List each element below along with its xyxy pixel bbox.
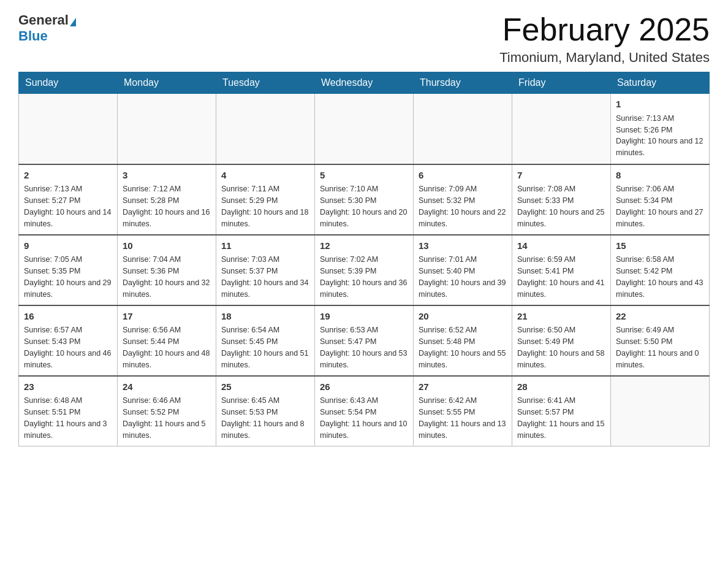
day-info-text: Sunrise: 6:54 AM Sunset: 5:45 PM Dayligh… xyxy=(221,324,309,370)
day-info-text: Sunrise: 7:04 AM Sunset: 5:36 PM Dayligh… xyxy=(123,254,211,300)
column-header-saturday: Saturday xyxy=(611,72,710,94)
day-info-text: Sunrise: 7:06 AM Sunset: 5:34 PM Dayligh… xyxy=(616,183,704,229)
day-info-text: Sunrise: 6:57 AM Sunset: 5:43 PM Dayligh… xyxy=(24,324,112,370)
calendar-cell: 1Sunrise: 7:13 AM Sunset: 5:26 PM Daylig… xyxy=(611,94,710,164)
column-header-tuesday: Tuesday xyxy=(216,72,315,94)
day-number: 3 xyxy=(123,169,211,182)
calendar-cell: 6Sunrise: 7:09 AM Sunset: 5:32 PM Daylig… xyxy=(414,164,512,235)
day-info-text: Sunrise: 6:43 AM Sunset: 5:54 PM Dayligh… xyxy=(320,395,408,441)
day-number: 18 xyxy=(221,310,309,323)
day-number: 15 xyxy=(616,239,704,253)
day-info-text: Sunrise: 6:56 AM Sunset: 5:44 PM Dayligh… xyxy=(123,324,211,370)
day-info-text: Sunrise: 7:13 AM Sunset: 5:26 PM Dayligh… xyxy=(616,113,704,159)
day-info-text: Sunrise: 7:09 AM Sunset: 5:32 PM Dayligh… xyxy=(419,183,507,229)
day-info-text: Sunrise: 6:50 AM Sunset: 5:49 PM Dayligh… xyxy=(517,324,605,370)
logo-general-text: General xyxy=(18,12,69,28)
day-number: 10 xyxy=(123,239,211,253)
day-info-text: Sunrise: 6:42 AM Sunset: 5:55 PM Dayligh… xyxy=(419,395,507,441)
logo-triangle-icon xyxy=(70,18,76,26)
calendar-cell: 4Sunrise: 7:11 AM Sunset: 5:29 PM Daylig… xyxy=(216,164,315,235)
day-number: 23 xyxy=(24,380,112,394)
day-number: 2 xyxy=(24,169,112,182)
day-info-text: Sunrise: 6:46 AM Sunset: 5:52 PM Dayligh… xyxy=(123,395,211,441)
calendar-cell: 5Sunrise: 7:10 AM Sunset: 5:30 PM Daylig… xyxy=(315,164,414,235)
day-info-text: Sunrise: 6:59 AM Sunset: 5:41 PM Dayligh… xyxy=(517,254,605,300)
day-number: 25 xyxy=(221,380,309,394)
calendar-cell: 18Sunrise: 6:54 AM Sunset: 5:45 PM Dayli… xyxy=(216,305,315,376)
column-header-friday: Friday xyxy=(512,72,611,94)
day-number: 20 xyxy=(419,310,507,323)
day-info-text: Sunrise: 7:02 AM Sunset: 5:39 PM Dayligh… xyxy=(320,254,408,300)
calendar-cell: 8Sunrise: 7:06 AM Sunset: 5:34 PM Daylig… xyxy=(611,164,710,235)
column-header-sunday: Sunday xyxy=(19,72,118,94)
day-info-text: Sunrise: 7:05 AM Sunset: 5:35 PM Dayligh… xyxy=(24,254,112,300)
day-number: 16 xyxy=(24,310,112,323)
day-number: 17 xyxy=(123,310,211,323)
day-info-text: Sunrise: 6:48 AM Sunset: 5:51 PM Dayligh… xyxy=(24,395,112,441)
calendar-cell: 13Sunrise: 7:01 AM Sunset: 5:40 PM Dayli… xyxy=(414,235,512,305)
day-info-text: Sunrise: 6:45 AM Sunset: 5:53 PM Dayligh… xyxy=(221,395,309,441)
calendar-cell xyxy=(315,94,414,164)
day-info-text: Sunrise: 7:10 AM Sunset: 5:30 PM Dayligh… xyxy=(320,183,408,229)
calendar-cell xyxy=(216,94,315,164)
day-info-text: Sunrise: 6:52 AM Sunset: 5:48 PM Dayligh… xyxy=(419,324,507,370)
day-number: 9 xyxy=(24,239,112,253)
calendar-cell xyxy=(512,94,611,164)
day-number: 11 xyxy=(221,239,309,253)
title-block: February 2025 Timonium, Maryland, United… xyxy=(499,12,710,66)
calendar-week-row: 2Sunrise: 7:13 AM Sunset: 5:27 PM Daylig… xyxy=(19,164,710,235)
calendar-cell xyxy=(611,376,710,446)
day-number: 4 xyxy=(221,169,309,182)
page-header: General Blue February 2025 Timonium, Mar… xyxy=(18,12,710,66)
column-header-monday: Monday xyxy=(118,72,216,94)
column-header-thursday: Thursday xyxy=(414,72,512,94)
location-subtitle: Timonium, Maryland, United States xyxy=(499,50,710,66)
calendar-cell xyxy=(118,94,216,164)
calendar-cell: 10Sunrise: 7:04 AM Sunset: 5:36 PM Dayli… xyxy=(118,235,216,305)
calendar-cell: 27Sunrise: 6:42 AM Sunset: 5:55 PM Dayli… xyxy=(414,376,512,446)
calendar-cell: 3Sunrise: 7:12 AM Sunset: 5:28 PM Daylig… xyxy=(118,164,216,235)
day-info-text: Sunrise: 6:49 AM Sunset: 5:50 PM Dayligh… xyxy=(616,324,704,370)
day-info-text: Sunrise: 7:03 AM Sunset: 5:37 PM Dayligh… xyxy=(221,254,309,300)
calendar-week-row: 16Sunrise: 6:57 AM Sunset: 5:43 PM Dayli… xyxy=(19,305,710,376)
calendar-cell xyxy=(414,94,512,164)
day-number: 28 xyxy=(517,380,605,394)
calendar-cell: 7Sunrise: 7:08 AM Sunset: 5:33 PM Daylig… xyxy=(512,164,611,235)
day-info-text: Sunrise: 6:53 AM Sunset: 5:47 PM Dayligh… xyxy=(320,324,408,370)
calendar-cell: 12Sunrise: 7:02 AM Sunset: 5:39 PM Dayli… xyxy=(315,235,414,305)
day-info-text: Sunrise: 7:13 AM Sunset: 5:27 PM Dayligh… xyxy=(24,183,112,229)
day-number: 21 xyxy=(517,310,605,323)
calendar-cell: 22Sunrise: 6:49 AM Sunset: 5:50 PM Dayli… xyxy=(611,305,710,376)
calendar-cell: 24Sunrise: 6:46 AM Sunset: 5:52 PM Dayli… xyxy=(118,376,216,446)
day-info-text: Sunrise: 7:08 AM Sunset: 5:33 PM Dayligh… xyxy=(517,183,605,229)
day-number: 14 xyxy=(517,239,605,253)
day-number: 7 xyxy=(517,169,605,182)
calendar-cell: 15Sunrise: 6:58 AM Sunset: 5:42 PM Dayli… xyxy=(611,235,710,305)
calendar-cell: 9Sunrise: 7:05 AM Sunset: 5:35 PM Daylig… xyxy=(19,235,118,305)
logo-line2: Blue xyxy=(18,28,48,44)
logo-blue-text: Blue xyxy=(18,28,48,44)
day-info-text: Sunrise: 7:11 AM Sunset: 5:29 PM Dayligh… xyxy=(221,183,309,229)
day-number: 1 xyxy=(616,98,704,111)
calendar-week-row: 23Sunrise: 6:48 AM Sunset: 5:51 PM Dayli… xyxy=(19,376,710,446)
calendar-cell: 17Sunrise: 6:56 AM Sunset: 5:44 PM Dayli… xyxy=(118,305,216,376)
calendar-cell: 11Sunrise: 7:03 AM Sunset: 5:37 PM Dayli… xyxy=(216,235,315,305)
calendar-week-row: 9Sunrise: 7:05 AM Sunset: 5:35 PM Daylig… xyxy=(19,235,710,305)
month-title: February 2025 xyxy=(499,12,710,47)
day-number: 22 xyxy=(616,310,704,323)
calendar-cell xyxy=(19,94,118,164)
calendar-week-row: 1Sunrise: 7:13 AM Sunset: 5:26 PM Daylig… xyxy=(19,94,710,164)
column-header-wednesday: Wednesday xyxy=(315,72,414,94)
day-number: 13 xyxy=(419,239,507,253)
day-info-text: Sunrise: 6:41 AM Sunset: 5:57 PM Dayligh… xyxy=(517,395,605,441)
calendar-cell: 16Sunrise: 6:57 AM Sunset: 5:43 PM Dayli… xyxy=(19,305,118,376)
calendar-header-row: SundayMondayTuesdayWednesdayThursdayFrid… xyxy=(19,72,710,94)
day-number: 19 xyxy=(320,310,408,323)
day-number: 24 xyxy=(123,380,211,394)
calendar-cell: 25Sunrise: 6:45 AM Sunset: 5:53 PM Dayli… xyxy=(216,376,315,446)
calendar-cell: 28Sunrise: 6:41 AM Sunset: 5:57 PM Dayli… xyxy=(512,376,611,446)
logo: General Blue xyxy=(18,12,76,44)
day-number: 5 xyxy=(320,169,408,182)
day-number: 27 xyxy=(419,380,507,394)
calendar-cell: 21Sunrise: 6:50 AM Sunset: 5:49 PM Dayli… xyxy=(512,305,611,376)
